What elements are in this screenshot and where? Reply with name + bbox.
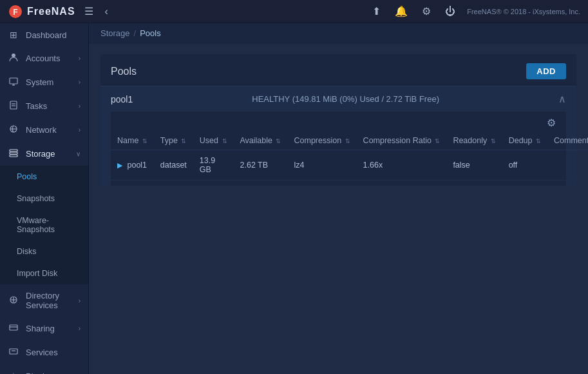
pool-status-text: HEALTHY (149.81 MiB (0%) Used / 2.72 TiB… xyxy=(252,94,439,104)
pool-row: pool1 HEALTHY (149.81 MiB (0%) Used / 2.… xyxy=(100,86,576,186)
services-icon xyxy=(8,347,19,358)
sidebar-item-import-disk[interactable]: Import Disk xyxy=(0,262,88,284)
sidebar-item-label: Disks xyxy=(17,247,81,256)
sort-icon: ⇅ xyxy=(142,138,147,144)
cell-available: 2.62 TB xyxy=(234,150,288,181)
sort-icon: ⇅ xyxy=(181,138,186,144)
cell-compression-ratio: 1.66x xyxy=(357,150,447,181)
dataset-table-container: ⚙ Name ⇅ Type ⇅ xyxy=(111,112,566,186)
chevron-right-icon: › xyxy=(79,297,81,304)
plugins-icon: ✦ xyxy=(8,371,19,374)
sidebar-item-label: Plugins xyxy=(26,371,72,375)
network-icon xyxy=(8,124,19,135)
sidebar-item-vmware-snapshots[interactable]: VMware-Snapshots xyxy=(0,210,88,241)
cell-compression: lz4 xyxy=(287,150,356,181)
col-header-type: Type ⇅ xyxy=(154,132,193,150)
sidebar-item-storage[interactable]: Storage ∨ xyxy=(0,142,88,166)
layout: ⊞ Dashboard Accounts › System › Tasks › xyxy=(0,23,588,374)
pool-name: pool1 xyxy=(111,94,133,104)
table-settings-gear-button[interactable]: ⚙ xyxy=(547,117,556,129)
notification-bell-button[interactable]: 🔔 xyxy=(392,3,410,20)
svg-rect-17 xyxy=(10,325,17,330)
sidebar-item-system[interactable]: System › xyxy=(0,70,88,94)
svg-rect-11 xyxy=(10,150,17,152)
sort-icon: ⇅ xyxy=(222,138,227,144)
sidebar-item-services[interactable]: Services xyxy=(0,340,88,364)
col-header-readonly: Readonly ⇅ xyxy=(446,132,502,150)
sharing-icon xyxy=(8,323,19,334)
sidebar-item-tasks[interactable]: Tasks › xyxy=(0,94,88,118)
sidebar-item-accounts[interactable]: Accounts › xyxy=(0,46,88,70)
col-header-compression-ratio: Compression Ratio ⇅ xyxy=(357,132,447,150)
sidebar-item-label: Tasks xyxy=(26,101,72,111)
topnav-right: ⬆ 🔔 ⚙ ⏻ FreeNAS® © 2018 - iXsystems, Inc… xyxy=(370,3,580,20)
brand-text: FreeNAS® © 2018 - iXsystems, Inc. xyxy=(467,8,580,15)
sidebar-item-sharing[interactable]: Sharing › xyxy=(0,317,88,340)
back-button[interactable]: ‹ xyxy=(102,3,111,20)
storage-icon xyxy=(8,148,19,159)
chevron-down-icon: ∨ xyxy=(76,150,81,157)
sidebar-item-snapshots[interactable]: Snapshots xyxy=(0,188,88,210)
sort-icon: ⇅ xyxy=(345,138,350,144)
col-header-comments: Comments ⇅ xyxy=(547,132,588,150)
content-area: Pools ADD pool1 HEALTHY (149.81 MiB (0%)… xyxy=(89,44,588,374)
table-toolbar: ⚙ xyxy=(111,112,566,132)
col-header-used: Used ⇅ xyxy=(193,132,234,150)
tasks-icon xyxy=(8,101,19,112)
row-expand-icon[interactable]: ▶ xyxy=(117,161,122,169)
upload-icon-button[interactable]: ⬆ xyxy=(370,3,383,20)
sidebar-item-label: VMware-Snapshots xyxy=(17,216,81,234)
col-header-dedup: Dedup ⇅ xyxy=(502,132,547,150)
pool-summary[interactable]: pool1 HEALTHY (149.81 MiB (0%) Used / 2.… xyxy=(111,86,566,112)
svg-rect-3 xyxy=(10,78,17,84)
topnav-left: F FreeNAS ☰ ‹ xyxy=(8,3,111,20)
svg-rect-13 xyxy=(10,155,17,157)
sidebar-item-label: Dashboard xyxy=(26,30,81,40)
breadcrumb: Storage / Pools xyxy=(89,23,588,44)
sidebar-item-label: System xyxy=(26,77,72,87)
chevron-right-icon: › xyxy=(79,79,81,86)
freenas-logo-icon: F xyxy=(8,4,23,19)
breadcrumb-parent[interactable]: Storage xyxy=(100,28,130,38)
settings-gear-button[interactable]: ⚙ xyxy=(419,3,433,20)
menu-toggle-button[interactable]: ☰ xyxy=(82,3,96,20)
chevron-right-icon: › xyxy=(79,55,81,62)
sidebar-item-label: Storage xyxy=(26,149,70,159)
sidebar: ⊞ Dashboard Accounts › System › Tasks › xyxy=(0,23,89,374)
chevron-right-icon: › xyxy=(79,325,81,332)
directory-services-icon xyxy=(8,295,19,306)
chevron-right-icon: › xyxy=(79,126,81,133)
sidebar-item-directory-services[interactable]: Directory Services › xyxy=(0,284,88,317)
svg-rect-6 xyxy=(10,101,17,109)
sidebar-item-label: Directory Services xyxy=(26,291,72,310)
cell-readonly: false xyxy=(446,150,502,181)
sidebar-item-network[interactable]: Network › xyxy=(0,118,88,142)
cell-comments xyxy=(547,150,588,181)
cell-name: ▶ pool1 xyxy=(111,150,154,181)
svg-rect-19 xyxy=(10,349,17,354)
table-row: ▶ pool1 dataset 13.9 GB 2.62 TB lz4 1.66… xyxy=(111,150,588,181)
main-content: Storage / Pools Pools ADD pool1 HEALTHY … xyxy=(89,23,588,374)
storage-submenu: Pools Snapshots VMware-Snapshots Disks I… xyxy=(0,166,88,284)
cell-used: 13.9 GB xyxy=(193,150,234,181)
chevron-right-icon: › xyxy=(79,103,81,110)
table-body: ▶ pool1 dataset 13.9 GB 2.62 TB lz4 1.66… xyxy=(111,150,588,181)
power-button[interactable]: ⏻ xyxy=(442,3,458,20)
cell-type: dataset xyxy=(154,150,193,181)
sidebar-item-dashboard[interactable]: ⊞ Dashboard xyxy=(0,23,88,46)
sort-icon: ⇅ xyxy=(536,138,541,144)
sidebar-item-label: Pools xyxy=(17,172,81,181)
pool-collapse-chevron-icon: ∧ xyxy=(558,93,566,105)
topnav: F FreeNAS ☰ ‹ ⬆ 🔔 ⚙ ⏻ FreeNAS® © 2018 - … xyxy=(0,0,588,23)
sidebar-item-label: Accounts xyxy=(26,54,72,63)
sidebar-item-plugins[interactable]: ✦ Plugins › xyxy=(0,364,88,374)
svg-rect-12 xyxy=(10,152,17,154)
sidebar-item-disks[interactable]: Disks xyxy=(0,241,88,262)
sidebar-item-label: Services xyxy=(26,348,81,357)
sidebar-item-label: Network xyxy=(26,125,72,135)
add-pool-button[interactable]: ADD xyxy=(526,63,566,79)
system-icon xyxy=(8,77,19,88)
sidebar-item-pools[interactable]: Pools xyxy=(0,166,88,188)
accounts-icon xyxy=(8,53,19,64)
col-header-available: Available ⇅ xyxy=(234,132,288,150)
